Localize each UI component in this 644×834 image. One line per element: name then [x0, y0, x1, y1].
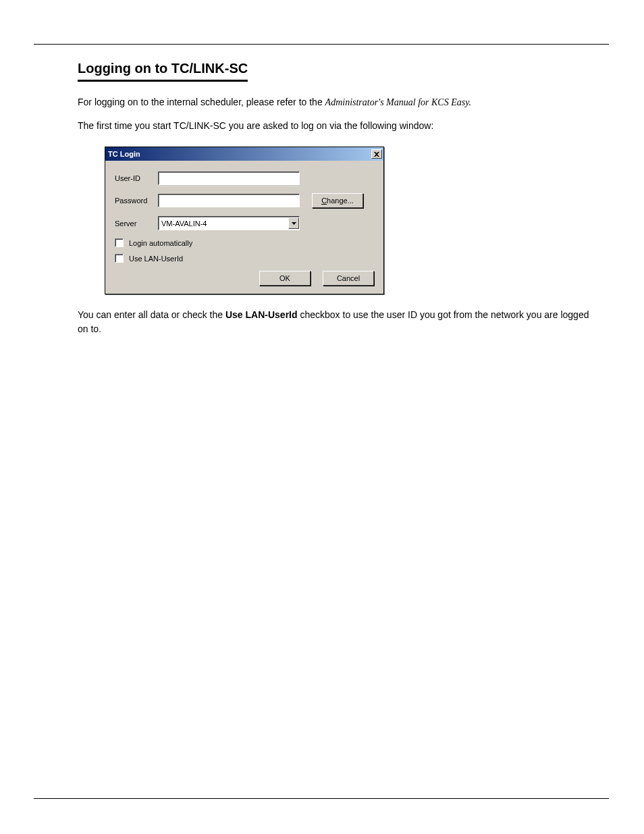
login-dialog: TC Login User-ID Password Change... Serv… [105, 147, 384, 294]
paragraph-1: For logging on to the internal scheduler… [78, 95, 591, 109]
use-lan-row: Use LAN-UserId [115, 254, 374, 263]
combo-dropdown-button[interactable] [288, 217, 299, 229]
header-rule [34, 44, 609, 45]
paragraph-3: You can enter all data or check the Use … [78, 308, 591, 336]
dialog-title: TC Login [108, 150, 140, 158]
dialog-body: User-ID Password Change... Server VM-AVA… [105, 161, 383, 294]
close-icon [374, 152, 379, 157]
server-combo[interactable]: VM-AVALIN-4 [158, 216, 300, 230]
login-auto-label: Login automatically [129, 239, 192, 247]
dialog-button-row: OK Cancel [115, 271, 374, 286]
password-label: Password [115, 197, 158, 205]
paragraph-1-italic: Administrator's Manual for KCS Easy. [325, 97, 472, 107]
password-row: Password Change... [115, 193, 374, 208]
login-auto-row: Login automatically [115, 238, 374, 247]
server-row: Server VM-AVALIN-4 [115, 216, 374, 230]
cancel-button[interactable]: Cancel [323, 271, 374, 286]
paragraph-2: The first time you start TC/LINK-SC you … [78, 119, 591, 133]
use-lan-label: Use LAN-UserId [129, 255, 183, 263]
chevron-down-icon [292, 222, 296, 225]
page-content: Logging on to TC/LINK-SC For logging on … [78, 61, 591, 346]
section-heading: Logging on to TC/LINK-SC [78, 61, 248, 82]
paragraph-1-text: For logging on to the internal scheduler… [78, 97, 325, 107]
use-lan-checkbox[interactable] [115, 254, 124, 263]
change-button[interactable]: Change... [312, 193, 363, 208]
change-button-rest: hange... [327, 197, 354, 205]
dialog-screenshot: TC Login User-ID Password Change... Serv… [105, 147, 591, 294]
change-button-mnemonic: C [321, 197, 327, 205]
user-id-input[interactable] [158, 172, 300, 185]
user-id-row: User-ID [115, 172, 374, 185]
user-id-label: User-ID [115, 174, 158, 182]
dialog-titlebar: TC Login [105, 147, 383, 161]
server-label: Server [115, 219, 158, 228]
ok-button[interactable]: OK [259, 271, 311, 286]
server-value: VM-AVALIN-4 [161, 219, 207, 228]
close-button[interactable] [371, 149, 382, 159]
footer-rule [34, 798, 609, 799]
paragraph-3-prefix: You can enter all data or check the [78, 309, 225, 320]
paragraph-3-bold: Use LAN-UserId [225, 309, 298, 320]
login-auto-checkbox[interactable] [115, 238, 124, 247]
password-input[interactable] [158, 194, 300, 207]
